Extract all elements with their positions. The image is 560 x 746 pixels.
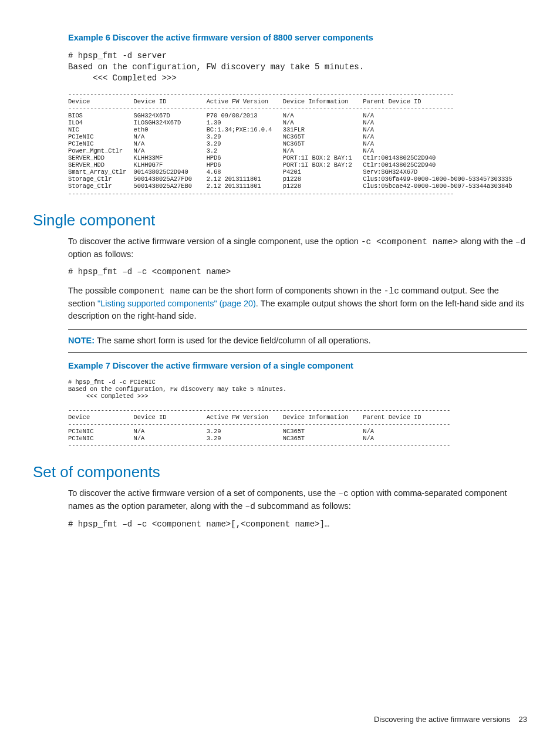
inline-code: –d: [515, 237, 525, 247]
single-component-heading: Single component: [33, 211, 527, 229]
inline-code: component name: [119, 286, 190, 296]
text: option as follows:: [68, 249, 133, 259]
example6-cmd: # hpsp_fmt -d server Based on the config…: [68, 50, 527, 84]
listing-components-link[interactable]: "Listing supported components" (page 20): [97, 299, 256, 308]
inline-code: –d: [245, 502, 255, 511]
text: The possible: [68, 286, 119, 295]
text: subcommand as follows:: [255, 501, 351, 511]
example7-output: # hpsp_fmt -d -c PCIeNIC Based on the co…: [68, 379, 527, 450]
footer-text: Discovering the active firmware versions: [374, 715, 511, 724]
inline-code: -lc: [384, 286, 399, 296]
text: To discover the active firmware version …: [68, 488, 338, 498]
note-text: The same short form is used for the devi…: [95, 336, 370, 345]
single-cmd: # hpsp_fmt –d –c <component name>: [68, 266, 527, 278]
single-para2: The possible component name can be the s…: [68, 285, 527, 322]
divider: [68, 352, 527, 353]
example6-title: Example 6 Discover the active firmware v…: [68, 33, 527, 42]
inline-code: –c: [338, 489, 348, 498]
page-number: 23: [519, 715, 527, 724]
example7-title: Example 7 Discover the active firmware v…: [68, 361, 527, 370]
set-para: To discover the active firmware version …: [68, 487, 527, 513]
set-cmd: # hpsp_fmt –d –c <component name>[,<comp…: [68, 519, 527, 530]
text: can be the short form of components show…: [190, 286, 384, 295]
page-footer: Discovering the active firmware versions…: [374, 715, 527, 724]
note: NOTE: The same short form is used for th…: [68, 336, 527, 345]
text: along with the: [458, 237, 515, 246]
note-label: NOTE:: [68, 336, 95, 345]
inline-code: -c <component name>: [361, 237, 458, 247]
divider: [68, 329, 527, 330]
single-para1: To discover the active firmware version …: [68, 235, 527, 261]
example6-table: ----------------------------------------…: [68, 91, 527, 197]
text: To discover the active firmware version …: [68, 237, 361, 246]
set-of-components-heading: Set of components: [33, 463, 527, 481]
